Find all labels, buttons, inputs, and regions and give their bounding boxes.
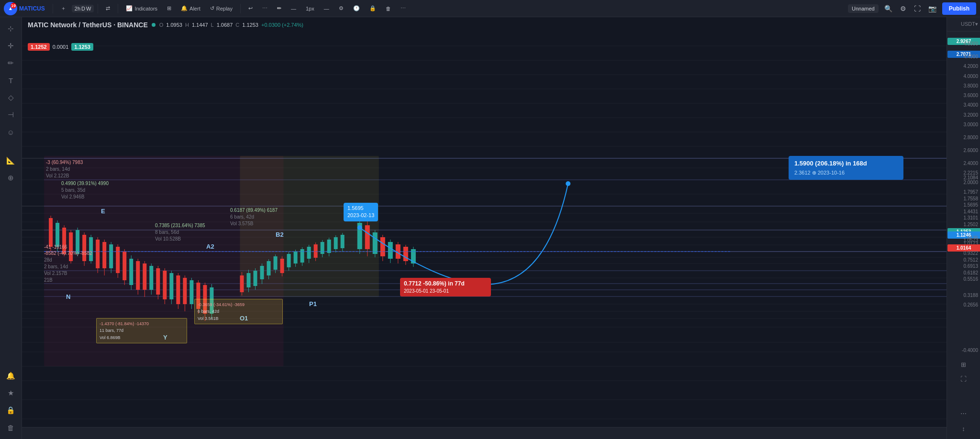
settings-btn[interactable]: ⚙ [898, 3, 908, 14]
low-label: L [211, 22, 214, 28]
trash-button[interactable]: 🗑 [382, 4, 395, 13]
alert-button[interactable]: 🔔 Alert [177, 3, 204, 13]
svg-rect-97 [240, 275, 244, 292]
price-change-sm: 0.0001 [53, 44, 69, 50]
add-chart-button[interactable]: ＋ [57, 3, 70, 14]
price-ticks: 2.9267 2.7071 4.6000 4.4000 4.2000 4.000… [947, 32, 980, 354]
fullscreen-btn[interactable]: ⛶ [912, 3, 923, 14]
svg-rect-53 [69, 232, 73, 261]
ohlc-values: O 1.0953 H 1.1447 L 1.0687 C 1.1253 +0.0… [159, 22, 303, 28]
tooltip-b2: 1.5695 2023-02-13 [344, 203, 378, 221]
screenshot-btn[interactable]: 📷 [926, 3, 938, 14]
bars1-label: -3 (60.94%) 7983 [46, 160, 83, 165]
tooltip-red-line2: 2023-05-01 23-05-01 [404, 288, 487, 295]
svg-rect-119 [314, 244, 318, 258]
left-sidebar: ⊹ ✛ ✏ T ◇ ⊣ ☺ 📐 ⊕ 🔔 ★ 🔒 🗑 [0, 17, 22, 439]
redo-button[interactable]: ⋯ [258, 3, 271, 13]
template-button[interactable]: ⊞ [163, 3, 175, 13]
main-layout: ⊹ ✛ ✏ T ◇ ⊣ ☺ 📐 ⊕ 🔔 ★ 🔒 🗑 MATIC Network … [0, 17, 980, 439]
rp-icon-arrow[interactable]: ↕ [957, 422, 970, 435]
alert-icon: 🔔 [181, 5, 188, 11]
bars2-bars: 5 bars, 35d [61, 187, 85, 193]
tick-0691: 0.6913 [963, 263, 978, 269]
logo[interactable]: ▲ MATICUS [4, 2, 45, 15]
high-label: H [185, 22, 189, 28]
tick-0932: 0.9322 [963, 251, 978, 256]
draw-settings[interactable]: ⚙ [335, 3, 347, 13]
sidebar-lock[interactable]: 🔒 [3, 403, 19, 418]
indicators-button[interactable]: 📈 Indicators [122, 3, 161, 13]
sidebar-ruler[interactable]: 📐 [3, 153, 19, 168]
tick-1310: 1.3101 [963, 215, 978, 220]
bars6-bars: 11 bars, 77d [100, 327, 184, 334]
tick-0318: 0.3188 [963, 293, 978, 298]
publish-button[interactable]: Publish [942, 2, 976, 15]
low-val: 1.0687 [217, 22, 233, 28]
replay-button[interactable]: ↺ Replay [206, 3, 236, 13]
svg-rect-73 [136, 261, 140, 290]
replay-icon: ↺ [210, 5, 214, 11]
line-style[interactable]: — [320, 4, 333, 13]
timeframe-group[interactable]: 2h D W [72, 5, 94, 12]
svg-rect-47 [49, 218, 53, 247]
chart-type-value: D [81, 6, 85, 11]
chart-container[interactable]: MATIC Network / TetherUS · BINANCE O 1.0… [22, 17, 947, 439]
bars4-vol: Vol 10.528B [155, 236, 181, 241]
svg-rect-81 [163, 271, 167, 299]
rp-icon-expand[interactable]: ⛶ [957, 372, 970, 385]
svg-rect-67 [116, 247, 120, 273]
svg-rect-59 [89, 237, 93, 261]
lock-button[interactable]: 🔒 [366, 3, 380, 13]
svg-rect-49 [56, 223, 59, 247]
bars4-label: 0.7385 (231.64%) 7385 [155, 223, 205, 228]
bars5-bars: 28d [44, 257, 52, 263]
sidebar-trash[interactable]: 🗑 [3, 420, 19, 435]
svg-rect-83 [169, 273, 173, 299]
alert-line[interactable]: 🕐 [349, 3, 364, 13]
tick-1795: 1.7957 [963, 189, 978, 195]
sidebar-pencil[interactable]: ✏ [3, 55, 19, 71]
draw-button[interactable]: ✏ [273, 3, 285, 13]
sidebar-crosshair[interactable]: ✛ [3, 38, 19, 54]
svg-rect-71 [129, 259, 133, 285]
rp-icon-grid[interactable]: ⊞ [957, 358, 970, 371]
sidebar-notification[interactable]: 🔔 [3, 368, 19, 384]
tick-1569: 1.5695 [963, 202, 978, 208]
compare-button[interactable]: ⇄ [102, 3, 114, 13]
sep3 [118, 4, 118, 13]
open-label: O [159, 22, 164, 28]
svg-rect-101 [254, 271, 257, 286]
svg-rect-51 [62, 228, 66, 254]
sidebar-zoom[interactable]: ⊕ [3, 170, 19, 186]
sidebar-watchlist[interactable]: ★ [3, 385, 19, 401]
svg-rect-75 [143, 263, 146, 290]
sidebar-text[interactable]: T [3, 73, 19, 88]
sidebar-emoji[interactable]: ☺ [3, 124, 19, 140]
tick-0265: 0.2656 [963, 302, 978, 307]
bars1-bars: 2 bars, 14d [46, 166, 70, 172]
sidebar-shapes[interactable]: ◇ [3, 90, 19, 105]
bars3-vol: Vol 3.575B [230, 221, 253, 226]
tick-4600: 4.6000 [963, 41, 978, 46]
svg-rect-133 [373, 232, 378, 254]
rp-icon-dots[interactable]: ⋯ [957, 406, 970, 420]
more-button[interactable]: ⋯ [397, 3, 410, 13]
tick-3400: 3.4000 [963, 102, 978, 108]
svg-rect-123 [327, 240, 331, 253]
pen-size[interactable]: 1px [302, 4, 318, 13]
sidebar-cursor[interactable]: ⊹ [3, 21, 19, 36]
bars1-vol: Vol 2.122B [46, 173, 69, 178]
undo-button[interactable]: ↩ [245, 3, 256, 13]
chart-name[interactable]: Unnamed [848, 4, 879, 13]
svg-rect-121 [321, 242, 324, 254]
right-toolbar-icons: Unnamed 🔍 ⚙ ⛶ 📷 Publish [848, 2, 976, 15]
sep1 [53, 4, 53, 13]
svg-rect-107 [274, 256, 278, 270]
bars4-bars: 8 bars, 56d [155, 230, 179, 235]
search-btn[interactable]: 🔍 [882, 3, 894, 14]
right-panel-icons: ⊞ ⛶ ⋯ ↕ [947, 354, 980, 439]
sidebar-lines[interactable]: ⊣ [3, 107, 19, 122]
axis-label[interactable]: USDT▾ [947, 17, 980, 32]
svg-rect-37 [240, 156, 379, 297]
svg-rect-61 [96, 240, 100, 268]
